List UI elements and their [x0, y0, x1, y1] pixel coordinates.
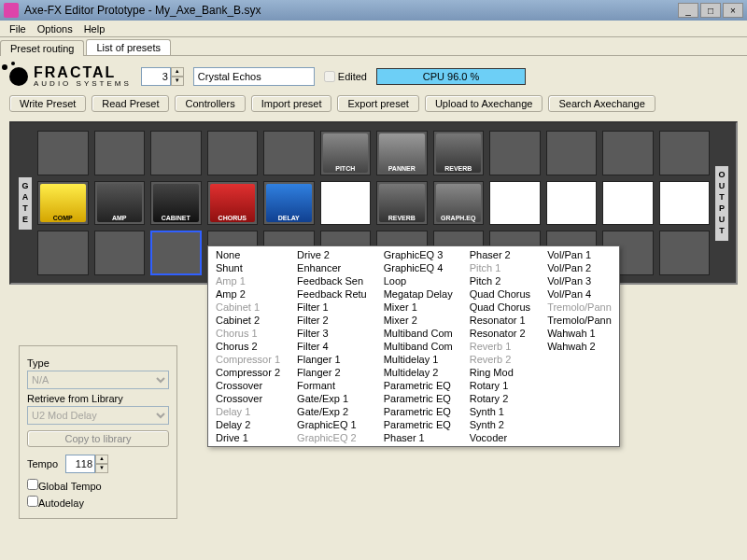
dropdown-item[interactable]: Resonator 2 [468, 327, 532, 340]
dropdown-item[interactable]: Mixer 2 [382, 314, 455, 327]
preset-name-input[interactable] [193, 67, 315, 86]
read-preset-button[interactable]: Read Preset [92, 95, 169, 112]
dropdown-item[interactable]: Multiband Com [382, 327, 455, 340]
dropdown-item[interactable]: Feedback Retu [295, 287, 369, 301]
slot-0-3[interactable] [207, 131, 259, 175]
dropdown-item[interactable]: Synth 1 [468, 405, 532, 418]
dropdown-item[interactable]: Crossover [214, 379, 282, 392]
slot-1-7[interactable]: GRAPH.EQ [433, 181, 485, 226]
import-preset-button[interactable]: Import preset [251, 95, 332, 112]
dropdown-item[interactable]: Rotary 2 [468, 392, 532, 405]
slot-0-7[interactable]: REVERB [433, 131, 485, 175]
preset-number-input[interactable] [141, 67, 171, 86]
preset-number-up-button[interactable]: ▲ [171, 67, 184, 77]
dropdown-item[interactable]: Parametric EQ [382, 405, 455, 418]
dropdown-item[interactable]: Pitch 1 [468, 261, 532, 274]
dropdown-item[interactable]: Flanger 1 [295, 353, 369, 366]
copy-library-button[interactable]: Copy to library [27, 430, 169, 447]
tempo-up-button[interactable]: ▲ [95, 455, 108, 464]
controllers-button[interactable]: Controllers [175, 95, 245, 112]
dropdown-item[interactable]: Multiband Com [382, 340, 455, 353]
menu-file[interactable]: File [4, 23, 32, 35]
retrieve-select[interactable]: U2 Mod Delay [27, 406, 169, 425]
type-select[interactable]: N/A [27, 371, 169, 389]
dropdown-item[interactable]: Ring Mod [468, 366, 532, 379]
dropdown-item[interactable]: Pitch 2 [468, 274, 532, 287]
slot-1-3[interactable]: CHORUS [207, 181, 259, 226]
slot-0-4[interactable] [263, 131, 315, 175]
dropdown-item[interactable]: Delay 2 [214, 418, 282, 431]
preset-number-spinner[interactable]: ▲ ▼ [141, 67, 184, 86]
slot-1-6[interactable]: REVERB [376, 181, 428, 226]
dropdown-item[interactable]: Megatap Delay [382, 287, 455, 301]
dropdown-item[interactable]: Mixer 1 [382, 301, 455, 314]
slot-0-8[interactable] [489, 131, 541, 175]
dropdown-item[interactable]: GraphicEQ 3 [382, 248, 455, 261]
dropdown-item[interactable]: Drive 2 [295, 248, 369, 261]
dropdown-item[interactable]: Reverb 2 [468, 353, 532, 366]
dropdown-item[interactable]: None [214, 248, 282, 261]
slot-1-8[interactable] [489, 181, 541, 226]
slot-0-10[interactable] [602, 131, 654, 175]
slot-1-10[interactable] [602, 181, 654, 226]
dropdown-item[interactable]: GraphicEQ 2 [295, 431, 369, 444]
dropdown-item[interactable]: Reverb 1 [468, 340, 532, 353]
slot-0-11[interactable] [659, 131, 711, 175]
slot-2-0[interactable] [37, 231, 89, 275]
amp-block[interactable]: AMP [97, 184, 143, 223]
dropdown-item[interactable]: Filter 4 [295, 340, 369, 353]
slot-0-2[interactable] [150, 131, 202, 175]
dropdown-item[interactable]: Vocoder [468, 431, 532, 444]
slot-0-6[interactable]: PANNER [376, 131, 428, 175]
dropdown-item[interactable]: Cabinet 1 [214, 301, 282, 314]
minimize-button[interactable]: _ [678, 3, 698, 18]
dropdown-item[interactable]: Formant [295, 379, 369, 392]
dropdown-item[interactable]: Quad Chorus [468, 301, 532, 314]
delay-block[interactable]: DELAY [266, 184, 312, 223]
autodelay-checkbox[interactable]: Autodelay [27, 496, 169, 509]
dropdown-item[interactable]: Vol/Pan 1 [545, 248, 613, 261]
dropdown-item[interactable]: Tremolo/Pann [545, 301, 613, 314]
reverb-block-2[interactable]: REVERB [379, 184, 425, 223]
slot-2-1[interactable] [94, 231, 146, 275]
upload-axechange-button[interactable]: Upload to Axechange [425, 95, 543, 112]
dropdown-item[interactable]: Feedback Sen [295, 274, 369, 287]
dropdown-item[interactable]: Phaser 2 [468, 248, 532, 261]
dropdown-item[interactable]: Synth 2 [468, 418, 532, 431]
dropdown-item[interactable]: Quad Chorus [468, 287, 532, 301]
dropdown-item[interactable]: Cabinet 2 [214, 314, 282, 327]
close-button[interactable]: × [723, 3, 743, 18]
menu-options[interactable]: Options [32, 23, 78, 35]
tempo-input[interactable] [65, 455, 95, 473]
comp-block[interactable]: COMP [40, 184, 86, 223]
dropdown-item[interactable]: GraphicEQ 1 [295, 418, 369, 431]
dropdown-item[interactable]: GraphicEQ 4 [382, 261, 455, 274]
dropdown-item[interactable]: Filter 1 [295, 301, 369, 314]
dropdown-item[interactable]: Multidelay 1 [382, 353, 455, 366]
dropdown-item[interactable]: Crossover [214, 392, 282, 405]
slot-0-1[interactable] [94, 131, 146, 175]
dropdown-item[interactable]: Drive 1 [214, 431, 282, 444]
dropdown-item[interactable]: Rotary 1 [468, 379, 532, 392]
dropdown-item[interactable]: Compressor 2 [214, 366, 282, 379]
dropdown-item[interactable]: Loop [382, 274, 455, 287]
dropdown-item[interactable]: Enhancer [295, 261, 369, 274]
dropdown-item[interactable]: Amp 1 [214, 274, 282, 287]
reverb-block-1[interactable]: REVERB [436, 133, 482, 173]
edited-checkbox[interactable]: Edited [324, 71, 367, 82]
maximize-button[interactable]: □ [700, 3, 721, 18]
dropdown-item[interactable]: Gate/Exp 1 [295, 392, 369, 405]
slot-0-5[interactable]: PITCH [320, 131, 372, 175]
dropdown-item[interactable]: Gate/Exp 2 [295, 405, 369, 418]
dropdown-item[interactable]: Resonator 1 [468, 314, 532, 327]
dropdown-item[interactable]: Parametric EQ [382, 379, 455, 392]
dropdown-item[interactable]: Chorus 1 [214, 327, 282, 340]
dropdown-item[interactable]: Tremolo/Pann [545, 314, 613, 327]
export-preset-button[interactable]: Export preset [337, 95, 418, 112]
search-axechange-button[interactable]: Search Axechange [548, 95, 655, 112]
dropdown-item[interactable]: Flanger 2 [295, 366, 369, 379]
tab-list-of-presets[interactable]: List of presets [86, 39, 170, 55]
chorus-block[interactable]: CHORUS [210, 184, 256, 223]
dropdown-item[interactable]: Multidelay 2 [382, 366, 455, 379]
dropdown-item[interactable]: Chorus 2 [214, 340, 282, 353]
